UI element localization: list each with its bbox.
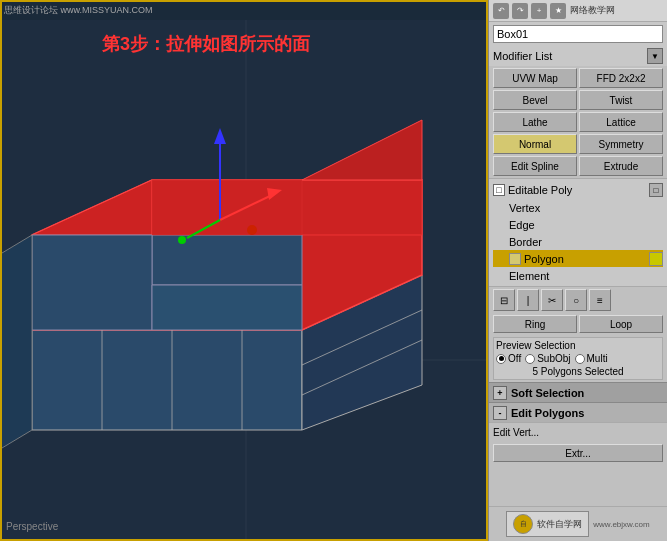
bottom-logo-area: 自 软件自学网 www.ebjxw.com [489, 506, 667, 541]
stack-root-label: Editable Poly [508, 184, 572, 196]
mod-btn-editspline[interactable]: Edit Spline [493, 156, 577, 176]
logo-bar: ↶ ↷ + ★ 网络教学网 [489, 0, 667, 22]
tool-btn-cut[interactable]: ✂ [541, 289, 563, 311]
edit-polygons-label: Edit Polygons [511, 407, 584, 419]
edit-polygons-collapse-icon[interactable]: - [493, 406, 507, 420]
preview-selection-section: Preview Selection Off SubObj Multi 5 Pol… [493, 337, 663, 380]
radio-subobj-label: SubObj [537, 353, 570, 364]
logo-text: 网络教学网 [570, 4, 663, 17]
radio-off[interactable]: Off [496, 353, 521, 364]
svg-point-25 [178, 236, 186, 244]
polygons-selected-status: 5 Polygons Selected [496, 366, 660, 377]
mod-btn-lattice[interactable]: Lattice [579, 112, 663, 132]
forum-url: www.MISSYUAN.COM [61, 5, 153, 15]
mod-btn-uvwmap[interactable]: UVW Map [493, 68, 577, 88]
object-name-input[interactable] [493, 25, 663, 43]
svg-marker-8 [152, 235, 302, 285]
stack-root-header: □ Editable Poly □ [493, 181, 663, 199]
tool-btn-menu[interactable]: ≡ [589, 289, 611, 311]
viewport[interactable]: 思维设计论坛 www.MISSYUAN.COM 第3步：拉伸如图所示的面 [0, 0, 488, 541]
mod-btn-twist[interactable]: Twist [579, 90, 663, 110]
svg-text:Perspective: Perspective [6, 521, 59, 532]
scene-3d: Perspective [2, 20, 488, 541]
soft-selection-label: Soft Selection [511, 387, 584, 399]
nav-icon-redo[interactable]: ↷ [512, 3, 528, 19]
nav-icon-star[interactable]: ★ [550, 3, 566, 19]
stack-root-icon: □ [649, 183, 663, 197]
radio-multi-label: Multi [587, 353, 608, 364]
edit-polygons-section[interactable]: - Edit Polygons [489, 402, 667, 422]
extrude-button[interactable]: Extr... [493, 444, 663, 462]
tool-btn-unpin[interactable]: | [517, 289, 539, 311]
modifier-list-label: Modifier List [493, 50, 645, 62]
stack-item-polygon[interactable]: Polygon [493, 250, 663, 267]
svg-marker-18 [2, 235, 32, 460]
edit-verts-label: Edit Vert... [493, 427, 539, 438]
right-panel: ↶ ↷ + ★ 网络教学网 Modifier List ▼ UVW Map FF… [488, 0, 667, 541]
mod-btn-normal[interactable]: Normal [493, 134, 577, 154]
radio-subobj-dot[interactable] [525, 354, 535, 364]
radio-subobj[interactable]: SubObj [525, 353, 570, 364]
stack-item-vertex[interactable]: Vertex [493, 199, 663, 216]
tool-btn-circle[interactable]: ○ [565, 289, 587, 311]
stack-toolbar: ⊟ | ✂ ○ ≡ [489, 286, 667, 313]
nav-icon-undo[interactable]: ↶ [493, 3, 509, 19]
soft-selection-collapse-icon[interactable]: + [493, 386, 507, 400]
mod-btn-symmetry[interactable]: Symmetry [579, 134, 663, 154]
bottom-logo-text: 软件自学网 [537, 518, 582, 531]
stack-item-element[interactable]: Element [493, 267, 663, 284]
svg-marker-11 [32, 235, 152, 330]
watermark-top: 思维设计论坛 www.MISSYUAN.COM [4, 4, 153, 17]
svg-marker-12 [152, 285, 302, 330]
radio-off-dot[interactable] [496, 354, 506, 364]
mod-btn-bevel[interactable]: Bevel [493, 90, 577, 110]
modifier-list-dropdown[interactable]: ▼ [647, 48, 663, 64]
ring-loop-row: Ring Loop [489, 313, 667, 335]
modifier-buttons-grid: UVW Map FFD 2x2x2 Bevel Twist Lathe Latt… [489, 66, 667, 178]
radio-multi-dot[interactable] [575, 354, 585, 364]
svg-marker-3 [32, 330, 302, 430]
loop-button[interactable]: Loop [579, 315, 663, 333]
radio-multi[interactable]: Multi [575, 353, 608, 364]
svg-point-19 [247, 225, 257, 235]
mod-btn-lathe[interactable]: Lathe [493, 112, 577, 132]
polygon-icon [509, 253, 521, 265]
tool-btn-pin[interactable]: ⊟ [493, 289, 515, 311]
polygon-sel-icon [649, 252, 663, 266]
logo-circle: 自 [513, 514, 533, 534]
svg-marker-10 [152, 180, 302, 235]
object-name-row [489, 22, 667, 46]
forum-name: 思维设计论坛 [4, 5, 58, 15]
mod-btn-extrude[interactable]: Extrude [579, 156, 663, 176]
preview-selection-title: Preview Selection [496, 340, 660, 351]
stack-scroll: Vertex Edge Border Polygon Element [493, 199, 663, 284]
stack-expand-icon[interactable]: □ [493, 184, 505, 196]
nav-icon-add[interactable]: + [531, 3, 547, 19]
ring-button[interactable]: Ring [493, 315, 577, 333]
bottom-logo-badge: 自 软件自学网 [506, 511, 589, 537]
soft-selection-section[interactable]: + Soft Selection [489, 382, 667, 402]
extrude-row: Extr... [489, 442, 667, 464]
stack-item-edge[interactable]: Edge [493, 216, 663, 233]
bottom-logo-url: www.ebjxw.com [593, 520, 649, 529]
stack-item-border[interactable]: Border [493, 233, 663, 250]
mod-btn-ffd[interactable]: FFD 2x2x2 [579, 68, 663, 88]
modifier-stack: □ Editable Poly □ Vertex Edge Border Pol… [489, 178, 667, 286]
edit-verts-row: Edit Vert... [489, 422, 667, 442]
instruction-text: 第3步：拉伸如图所示的面 [102, 32, 310, 56]
logo-icons: ↶ ↷ + ★ [493, 3, 566, 19]
preview-radios: Off SubObj Multi [496, 353, 660, 364]
modifier-list-row: Modifier List ▼ [489, 46, 667, 66]
radio-off-label: Off [508, 353, 521, 364]
